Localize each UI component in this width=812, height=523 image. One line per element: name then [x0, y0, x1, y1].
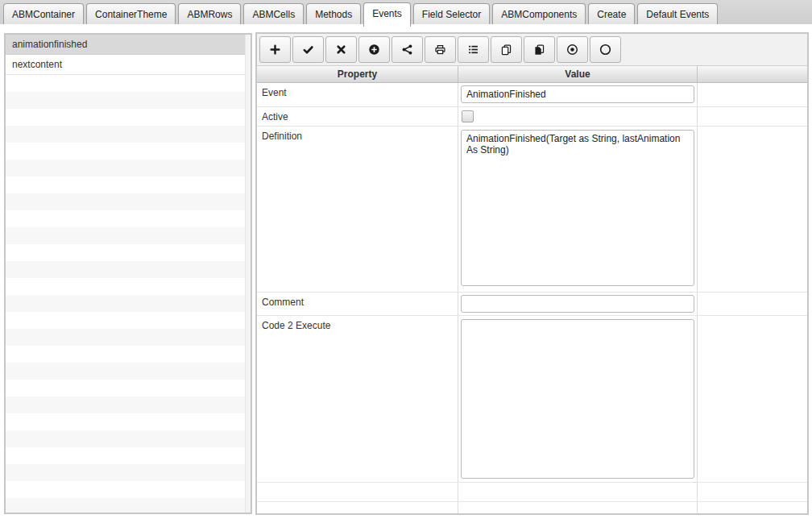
table-cell-extra [698, 83, 807, 106]
table-empty-row [257, 502, 807, 513]
add-circle-button[interactable] [358, 36, 390, 63]
code-2-execute-textarea[interactable] [461, 319, 694, 479]
definition-textarea[interactable]: AnimationFinished(Target as String, last… [461, 130, 694, 286]
event-list-scrollbar[interactable] [245, 35, 251, 513]
list-icon [467, 44, 479, 56]
definition-label: Definition [257, 127, 458, 292]
add-button[interactable] [259, 36, 291, 63]
plus-icon [269, 44, 281, 56]
table-row-event: Event [257, 83, 807, 107]
tab-abmcontainer[interactable]: ABMContainer [3, 3, 84, 24]
event-editor-panel: Property Value Event Active Definition A… [255, 32, 809, 515]
list-item-animationfinished[interactable]: animationfinished [6, 35, 251, 55]
tab-abmcomponents[interactable]: ABMComponents [492, 3, 586, 24]
share-icon [401, 44, 413, 56]
circle-dot-icon [566, 44, 578, 56]
tab-events[interactable]: Events [363, 2, 411, 27]
table-cell-extra [698, 293, 807, 315]
circle-button[interactable] [590, 36, 621, 63]
share-button[interactable] [392, 36, 423, 63]
table-cell-extra [698, 316, 807, 482]
x-icon [335, 44, 347, 56]
tab-field-selector[interactable]: Field Selector [413, 3, 490, 24]
table-cell-extra [698, 502, 807, 513]
app-window: { "tabbar": { "tabs": [ {"label": "ABMCo… [0, 0, 812, 523]
table-cell-extra [698, 483, 807, 501]
apply-button[interactable] [292, 36, 324, 63]
table-row-definition: Definition AnimationFinished(Target as S… [257, 127, 807, 293]
table-row-code-2-execute: Code 2 Execute [257, 316, 807, 483]
editor-toolbar [257, 34, 807, 66]
paste-button[interactable] [524, 36, 555, 63]
comment-label: Comment [257, 293, 458, 315]
property-table-header: Property Value [257, 66, 807, 83]
table-cell-extra [698, 107, 807, 126]
code-2-execute-label: Code 2 Execute [257, 316, 458, 482]
list-item-nextcontent[interactable]: nextcontent [6, 55, 251, 75]
event-list-items: animationfinishednextcontent [6, 35, 251, 75]
table-empty-row [257, 483, 807, 502]
value-column-header: Value [458, 66, 698, 82]
record-button[interactable] [557, 36, 588, 63]
extra-column-header [698, 66, 807, 82]
list-button[interactable] [458, 36, 489, 63]
tab-bar: ABMContainerContainerThemeABMRowsABMCell… [0, 0, 812, 24]
event-label: Event [257, 83, 458, 106]
circle-icon [599, 44, 611, 56]
copy-icon [500, 44, 512, 56]
table-cell-extra [698, 127, 807, 292]
active-label: Active [257, 107, 458, 126]
check-icon [302, 44, 314, 56]
tab-methods[interactable]: Methods [306, 3, 361, 24]
event-input[interactable] [461, 85, 694, 103]
table-row-comment: Comment [257, 293, 807, 316]
printer-icon [434, 44, 446, 56]
active-checkbox[interactable] [462, 110, 474, 122]
tab-create[interactable]: Create [588, 3, 635, 24]
property-column-header: Property [257, 66, 458, 82]
delete-button[interactable] [325, 36, 357, 63]
event-list-panel: animationfinishednextcontent [4, 33, 252, 514]
circle-plus-icon [368, 44, 380, 56]
tab-default-events[interactable]: Default Events [637, 3, 718, 24]
copy-button[interactable] [491, 36, 522, 63]
tab-containertheme[interactable]: ContainerTheme [86, 3, 176, 24]
paste-icon [533, 44, 545, 56]
property-table: Property Value Event Active Definition A… [257, 66, 807, 513]
comment-input[interactable] [461, 295, 694, 313]
tab-abmrows[interactable]: ABMRows [178, 3, 241, 24]
print-button[interactable] [425, 36, 456, 63]
table-row-active: Active [257, 107, 807, 127]
event-list-empty-stripes [6, 75, 251, 513]
tab-abmcells[interactable]: ABMCells [243, 3, 304, 24]
